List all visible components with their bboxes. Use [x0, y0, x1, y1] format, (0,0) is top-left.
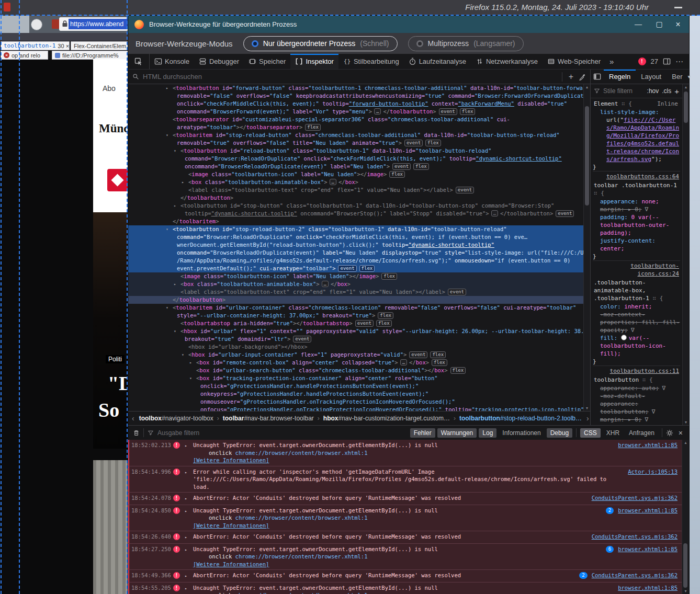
markup-node-line[interactable]: </toolbarbutton>: [128, 296, 583, 304]
console-filter-debug[interactable]: Debug: [547, 428, 572, 438]
add-rule-button[interactable]: +: [674, 87, 679, 96]
badge-flex[interactable]: flex: [359, 265, 375, 272]
expand-arrow-icon[interactable]: ▾: [174, 327, 176, 335]
console-filter-placeholder[interactable]: Ausgabe filtern: [157, 429, 199, 437]
devtools-tab-laufzeitanalyse[interactable]: Laufzeitanalyse: [404, 54, 471, 69]
badge-event[interactable]: event: [355, 320, 374, 327]
meatball-menu-icon[interactable]: ⋯: [675, 57, 684, 66]
source-link[interactable]: browser.xhtml:1:85: [618, 507, 678, 513]
toolbox-close-button[interactable]: ×: [669, 16, 687, 33]
markup-node-line[interactable]: command="Browser:ReloadOrDuplicate" oncl…: [128, 155, 583, 163]
breadcrumb-item[interactable]: toolbox#navigator-toolbox: [138, 415, 214, 422]
inline-ellipsis-button[interactable]: …: [491, 210, 498, 216]
markup-node-line[interactable]: ▸<box class="toolbarbutton-animatable-bo…: [128, 178, 583, 186]
console-scrollbar[interactable]: ▴ ▾: [682, 440, 689, 594]
expand-arrow-icon[interactable]: ▸: [174, 280, 176, 288]
inline-ellipsis-button[interactable]: …: [330, 179, 336, 185]
css-declaration[interactable]: -moz-default-appearance: toolbarbutton;∇: [593, 392, 680, 416]
expand-arrow-icon[interactable]: ▾: [174, 147, 176, 155]
markup-node-line[interactable]: onclick="checkForMiddleClick(this, event…: [128, 100, 583, 108]
css-declaration[interactable]: color: inherit;: [593, 303, 680, 311]
tab-regeln[interactable]: Regeln: [604, 70, 636, 84]
add-node-button[interactable]: +: [564, 72, 578, 82]
breadcrumb-item[interactable]: toolbarbutton#stop-reload-button-2.toolb…: [458, 415, 583, 422]
eyedropper-icon[interactable]: [578, 73, 590, 81]
toolbox-minimize-button[interactable]: —: [629, 16, 647, 33]
markup-search-bar[interactable]: HTML durchsuchen +: [128, 70, 590, 84]
more-tabs-button[interactable]: »: [605, 54, 618, 69]
css-declaration[interactable]: justify-content: center;: [593, 237, 680, 253]
tab-layout[interactable]: Layout: [636, 70, 667, 84]
learn-more-link[interactable]: [Weitere Informationen]: [193, 456, 611, 464]
console-filter-css[interactable]: CSS: [580, 428, 601, 438]
rules-scrollbar[interactable]: ▴ ▾: [682, 84, 689, 425]
badge-flex[interactable]: flex: [430, 351, 446, 358]
inline-ellipsis-button[interactable]: …: [374, 108, 381, 115]
markup-node-line[interactable]: ▸<box id="remote-control-box" align="cen…: [128, 359, 583, 367]
sidebar-collapse-icon[interactable]: [591, 70, 604, 84]
expand-arrow-icon[interactable]: ▸: [185, 545, 190, 554]
devtools-tab-konsole[interactable]: Konsole: [150, 54, 194, 69]
class-toggle[interactable]: .cls: [662, 87, 671, 95]
markup-node-line[interactable]: oncommand="BrowserReloadOrDuplicate(even…: [128, 249, 583, 257]
split-console-icon[interactable]: [663, 58, 671, 65]
console-filter-warnungen[interactable]: Warnungen: [437, 428, 477, 438]
color-swatch[interactable]: [621, 335, 627, 340]
markup-node-line[interactable]: ▾<toolbarbutton id="stop-reload-button-2…: [128, 225, 583, 233]
markup-node-line[interactable]: ▾<hbox id="urlbar" flex="1" context="" p…: [128, 327, 583, 335]
devtools-tab-speicher[interactable]: Speicher: [244, 54, 290, 69]
frame-source-link[interactable]: chrome://browser/content/browser.xhtml:1: [232, 450, 367, 456]
badge-event[interactable]: event: [293, 336, 311, 342]
source-link[interactable]: Actor.js:105:13: [628, 469, 678, 475]
mode-option-multiprocess[interactable]: Multiprozess (Langsamer): [408, 36, 524, 51]
expand-arrow-icon[interactable]: ▸: [185, 494, 190, 503]
source-link[interactable]: browser.xhtml:1:85: [618, 442, 678, 448]
markup-node-line[interactable]: ▾<toolbaritem id="stop-reload-button" cl…: [128, 131, 583, 139]
badge-flex[interactable]: flex: [460, 108, 476, 115]
clear-console-icon[interactable]: [133, 429, 140, 437]
url-text-selected[interactable]: https://www.abend: [69, 19, 129, 29]
badge-event[interactable]: event: [338, 265, 356, 272]
markup-node-line[interactable]: onkeypress="gProtectionsHandler.handlePr…: [128, 390, 583, 398]
shield-icon[interactable]: [31, 19, 42, 30]
markup-node-line[interactable]: <image class="toolbarbutton-icon" label=…: [128, 170, 583, 178]
breadcrumb-scroll-left-icon[interactable]: ‹: [128, 414, 138, 422]
breadcrumb-scroll-right-icon[interactable]: ›: [583, 414, 593, 422]
css-declaration[interactable]: list-style-image:url("file:///C:/Users/R…: [593, 108, 680, 163]
expand-arrow-icon[interactable]: ▾: [166, 131, 168, 139]
expand-arrow-icon[interactable]: ▾: [166, 225, 168, 233]
tab-berechnet[interactable]: Ber: [667, 70, 687, 84]
expand-arrow-icon[interactable]: ▸: [189, 359, 192, 367]
error-badge-icon[interactable]: !: [638, 58, 646, 65]
expand-arrow-icon[interactable]: ▸: [166, 84, 168, 92]
frame-source-link[interactable]: chrome://browser/content/browser.xhtml:1: [232, 592, 367, 594]
stylesheet-link[interactable]: toolbarbutton.css:11: [610, 368, 679, 374]
source-link[interactable]: ConduitsParent.sys.mjs:362: [592, 495, 678, 501]
frame-source-link[interactable]: chrome://browser/content/browser.xhtml:1: [232, 553, 367, 559]
markup-node-line[interactable]: <label class="toolbarbutton-text" crop="…: [128, 288, 583, 296]
learn-more-link[interactable]: [Weitere Informationen]: [193, 561, 599, 568]
markup-node-line[interactable]: wnerDocument.getElementById("reload-butt…: [128, 241, 583, 249]
markup-node-line[interactable]: onclick="gProtectionsHandler.handleProte…: [128, 382, 583, 390]
badge-flex[interactable]: flex: [378, 312, 393, 319]
devtools-tab-web-speicher[interactable]: Web-Speicher: [543, 54, 605, 69]
markup-node-line[interactable]: <toolbarseparator id="customizableui-spe…: [128, 116, 583, 123]
markup-node-line[interactable]: ▾<box id="tracking-protection-icon-conta…: [128, 374, 583, 382]
badge-flex[interactable]: flex: [432, 359, 447, 366]
markup-node-line[interactable]: removable="false" overflows="false" keep…: [128, 92, 583, 100]
markup-node-line[interactable]: <box id="urlbar-search-button" class="ch…: [128, 367, 583, 374]
markup-node-line[interactable]: oncommand="BrowserForward(event);" label…: [128, 108, 583, 116]
markup-node-line[interactable]: event.preventDefault();" cui-areatype="t…: [128, 265, 583, 272]
css-declaration[interactable]: padding: 0 var(--toolbarbutton-outer-pad…: [593, 213, 680, 237]
source-link[interactable]: ConduitsParent.sys.mjs:362: [592, 533, 678, 540]
rules-filter-bar[interactable]: Stile filtern :hov .cls +: [591, 84, 682, 98]
close-icon[interactable]: ×: [4, 52, 9, 58]
markup-node-line[interactable]: <hbox id="urlbar-background"></hbox>: [128, 343, 583, 351]
expand-arrow-icon[interactable]: ▸: [182, 178, 184, 186]
mode-option-parent-process[interactable]: Nur übergeordneter Prozess (Schnell): [243, 36, 398, 51]
source-link[interactable]: browser.xhtml:1:85: [618, 585, 678, 591]
css-declaration[interactable]: appearance: none;: [593, 198, 680, 205]
inline-ellipsis-button[interactable]: …: [322, 281, 329, 287]
devtools-tab-stilbearbeitung[interactable]: {}Stilbearbeitung: [338, 54, 404, 69]
markup-node-line[interactable]: <toolbartabstop aria-hidden="true"></too…: [128, 319, 583, 327]
